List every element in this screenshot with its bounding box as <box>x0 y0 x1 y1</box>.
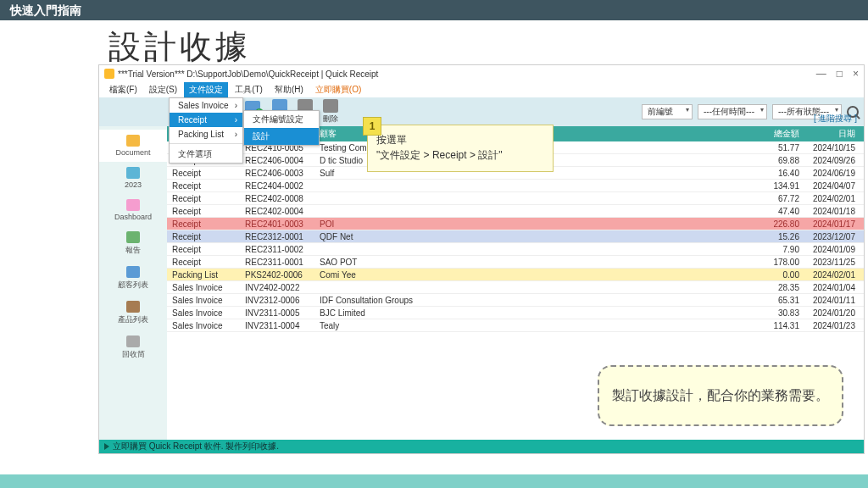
step-number: 1 <box>363 117 381 136</box>
table-row[interactable]: Sales InvoiceINV2311-0005BJC Limited30.8… <box>167 307 864 319</box>
page-footer-strip <box>0 474 868 488</box>
filter-prefix[interactable]: 前編號 <box>642 104 693 119</box>
menu-settings[interactable]: 設定(S) <box>144 82 182 97</box>
folder-icon <box>126 167 140 179</box>
window-title: ***Trial Version*** D:\SupportJob\Demo\Q… <box>118 69 378 79</box>
customers-icon <box>126 266 140 278</box>
submenu-numbering[interactable]: 文件編號設定 <box>244 111 319 128</box>
sidebar-item-products[interactable]: 產品列表 <box>99 296 167 330</box>
menu-buynow[interactable]: 立即購買(O) <box>310 82 366 97</box>
maximize-button[interactable]: □ <box>837 68 843 80</box>
menubar: 檔案(F) 設定(S) 文件設定 工具(T) 幫助(H) 立即購買(O) <box>99 82 864 97</box>
products-icon <box>126 301 140 313</box>
delete-icon <box>323 99 338 113</box>
submenu-sales-invoice[interactable]: Sales Invoice <box>170 98 242 113</box>
dashboard-icon <box>126 199 140 211</box>
status-text[interactable]: 立即購買 Quick Receipt 軟件. 製作列印收據. <box>113 441 279 452</box>
report-icon <box>126 231 140 243</box>
guide-title: 快速入門指南 <box>10 3 81 17</box>
table-row[interactable]: ReceiptREC2311-00027.902024/01/09 <box>167 243 864 256</box>
play-icon <box>104 443 109 450</box>
app-window: ***Trial Version*** D:\SupportJob\Demo\Q… <box>98 64 865 454</box>
menu-tools[interactable]: 工具(T) <box>230 82 268 97</box>
table-row[interactable]: ReceiptREC2401-0003POI226.802024/01/17 <box>167 218 864 230</box>
table-row[interactable]: ReceiptREC2311-0001SAO POT178.002023/11/… <box>167 256 864 269</box>
callout-line1: 按選單 <box>376 132 544 147</box>
menu-docset[interactable]: 文件設定 <box>184 82 228 97</box>
submenu-docset: Sales Invoice Receipt Packing List 文件選項 <box>169 97 243 164</box>
table-row[interactable]: Sales InvoiceINV2312-0006IDF Consultatio… <box>167 294 864 307</box>
menu-help[interactable]: 幫助(H) <box>270 82 309 97</box>
sidebar-item-document[interactable]: Document <box>99 130 167 162</box>
folder-icon <box>126 135 140 147</box>
window-buttons: — □ × <box>816 68 859 80</box>
sidebar: Document 2023 Dashboard 報告 顧客列表 產品列表 回收筒 <box>99 126 167 440</box>
trash-icon <box>126 336 140 347</box>
sidebar-item-customers[interactable]: 顧客列表 <box>99 261 167 296</box>
submenu-packing-list[interactable]: Packing List <box>170 127 242 141</box>
toolbar-delete-button[interactable]: 刪除 <box>323 99 338 125</box>
sidebar-item-report[interactable]: 報告 <box>99 226 167 261</box>
sidebar-item-trash[interactable]: 回收筒 <box>99 330 167 365</box>
submenu-design[interactable]: 設計 <box>244 128 319 145</box>
table-row[interactable]: ReceiptREC2404-0002134.912024/04/07 <box>167 180 864 192</box>
advanced-search-link[interactable]: [ 進階搜尋 ] <box>814 113 857 125</box>
table-row[interactable]: Sales InvoiceINV2311-0004Tealy114.312024… <box>167 319 864 332</box>
table-row[interactable]: Packing ListPKS2402-0006Comi Yee0.002024… <box>167 269 864 281</box>
table-row[interactable]: Sales InvoiceINV2402-002228.352024/01/04 <box>167 281 864 294</box>
close-button[interactable]: × <box>853 68 859 80</box>
statusbar: 立即購買 Quick Receipt 軟件. 製作列印收據. <box>99 440 864 453</box>
table-row[interactable]: ReceiptREC2402-000867.722024/02/01 <box>167 192 864 205</box>
sidebar-item-2023[interactable]: 2023 <box>99 162 167 194</box>
app-icon <box>104 69 114 79</box>
table-row[interactable]: ReceiptREC2312-0001QDF Net15.262023/12/0… <box>167 230 864 243</box>
titlebar: ***Trial Version*** D:\SupportJob\Demo\Q… <box>99 65 864 82</box>
sidebar-item-dashboard[interactable]: Dashboard <box>99 194 167 226</box>
submenu-receipt-sub: 文件編號設定 設計 <box>243 110 320 146</box>
submenu-receipt[interactable]: Receipt <box>170 113 242 127</box>
guide-title-bar: 快速入門指南 <box>0 0 868 20</box>
description-callout: 製訂收據設計，配合你的業務需要。 <box>598 365 843 426</box>
minimize-button[interactable]: — <box>816 68 826 80</box>
table-row[interactable]: ReceiptREC2402-000447.402024/01/18 <box>167 205 864 218</box>
step-callout: 1 按選單 "文件設定 > Receipt > 設計" <box>367 125 554 172</box>
filter-time[interactable]: ---任何時間--- <box>698 104 767 119</box>
submenu-options[interactable]: 文件選項 <box>170 146 242 163</box>
menu-file[interactable]: 檔案(F) <box>104 82 142 97</box>
callout-line2: "文件設定 > Receipt > 設計" <box>376 147 544 163</box>
